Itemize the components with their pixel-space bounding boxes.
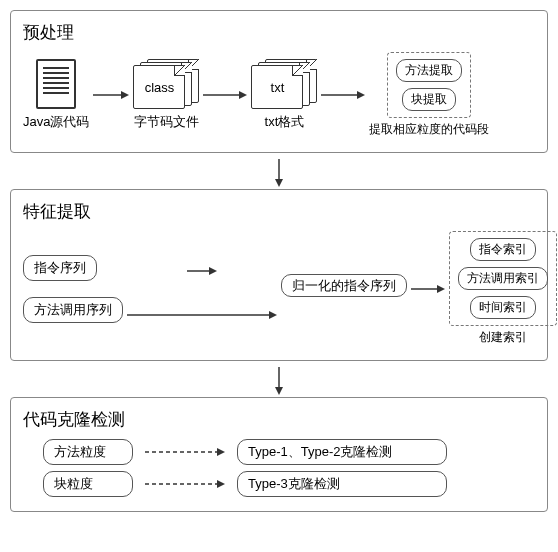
type12-pill: Type-1、Type-2克隆检测 [237, 439, 447, 465]
stage3-title: 代码克隆检测 [23, 408, 535, 431]
extract-caption: 提取相应粒度的代码段 [369, 121, 489, 138]
svg-marker-17 [217, 448, 225, 456]
time-index-pill: 时间索引 [470, 296, 536, 319]
arrow-down-icon [10, 159, 548, 187]
method-gran-pill: 方法粒度 [43, 439, 133, 465]
file-stack-icon: class [133, 59, 199, 109]
txt-label: txt [271, 80, 285, 95]
call-seq-pill: 方法调用序列 [23, 297, 123, 323]
svg-marker-7 [275, 179, 283, 187]
svg-marker-11 [269, 311, 277, 319]
arrow-right-icon [407, 282, 449, 296]
bytecode-node: class 字节码文件 [133, 59, 199, 131]
stage-clone-detection: 代码克隆检测 方法粒度 Type-1、Type-2克隆检测 块粒度 Type-3… [10, 397, 548, 512]
stage-feature-extraction: 特征提取 指令序列 方法调用序列 归一化的指令序列 指令索引 方法调用索引 [10, 189, 548, 361]
index-group: 指令索引 方法调用索引 时间索引 创建索引 [449, 231, 557, 346]
method-extract-pill: 方法提取 [396, 59, 462, 82]
instr-index-pill: 指令索引 [470, 238, 536, 261]
svg-marker-1 [121, 91, 129, 99]
arrow-right-icon [199, 88, 251, 102]
arrow-right-icon [89, 88, 133, 102]
extract-dashed-box: 方法提取 块提取 [387, 52, 471, 118]
dashed-arrow-right-icon [141, 477, 229, 491]
txt-caption: txt格式 [265, 113, 305, 131]
txt-node: txt txt格式 [251, 59, 317, 131]
stage2-title: 特征提取 [23, 200, 535, 223]
arrow-right-icon [317, 88, 369, 102]
block-extract-pill: 块提取 [402, 88, 456, 111]
svg-marker-3 [239, 91, 247, 99]
index-caption: 创建索引 [479, 329, 527, 346]
java-source-caption: Java源代码 [23, 113, 89, 131]
java-source-node: Java源代码 [23, 59, 89, 131]
instr-seq-pill: 指令序列 [23, 255, 97, 281]
call-index-pill: 方法调用索引 [458, 267, 548, 290]
extract-group: 方法提取 块提取 提取相应粒度的代码段 [369, 52, 489, 138]
svg-marker-19 [217, 480, 225, 488]
norm-seq-label: 归一化的指令序列 [292, 278, 396, 293]
document-icon [36, 59, 76, 109]
norm-seq-pill: 归一化的指令序列 [281, 274, 407, 298]
svg-marker-5 [357, 91, 365, 99]
svg-marker-15 [275, 387, 283, 395]
arrow-right-icon [123, 258, 281, 284]
file-stack-icon: txt [251, 59, 317, 109]
type3-pill: Type-3克隆检测 [237, 471, 447, 497]
class-label: class [145, 80, 175, 95]
bytecode-caption: 字节码文件 [134, 113, 199, 131]
svg-marker-9 [209, 267, 217, 275]
arrow-right-icon [123, 284, 281, 320]
svg-marker-13 [437, 285, 445, 293]
index-dashed-box: 指令索引 方法调用索引 时间索引 [449, 231, 557, 326]
block-gran-pill: 块粒度 [43, 471, 133, 497]
stage1-title: 预处理 [23, 21, 535, 44]
arrow-down-icon [10, 367, 548, 395]
stage-preprocessing: 预处理 Java源代码 class 字节码文件 txt txt格式 [10, 10, 548, 153]
dashed-arrow-right-icon [141, 445, 229, 459]
